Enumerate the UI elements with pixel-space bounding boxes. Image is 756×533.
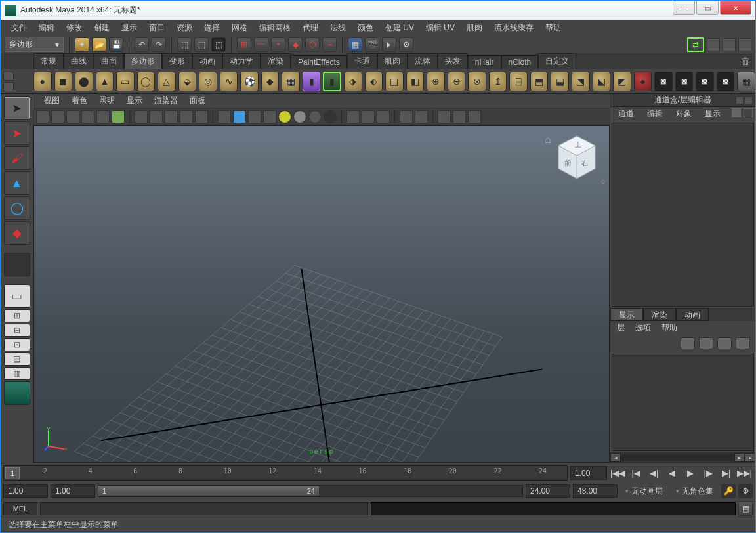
panel-tb-23[interactable] (400, 110, 413, 123)
current-frame-marker[interactable]: 1 (5, 467, 20, 479)
menu-edituv[interactable]: 编辑 UV (421, 21, 460, 35)
shelf-tab-rendering[interactable]: 渲染 (261, 53, 291, 69)
boolean-union-button[interactable]: ⊕ (427, 72, 445, 91)
chtab-channel[interactable]: 通道 (613, 107, 639, 121)
layer-down-icon[interactable] (736, 337, 750, 349)
end-time-field[interactable]: 1.00 (570, 466, 607, 480)
panel-tb-5[interactable] (96, 110, 110, 123)
viewport[interactable]: y x persp ⌂ 上 前 右 (33, 125, 610, 463)
uv-cyl-button[interactable]: ▩ (675, 72, 694, 91)
paint-select-tool[interactable]: 🖌 (4, 146, 30, 170)
chtab-show[interactable]: 显示 (700, 107, 726, 121)
split-poly-button[interactable]: ⬕ (593, 72, 611, 91)
menu-file[interactable]: 文件 (6, 21, 32, 35)
panel-tb-7[interactable] (135, 110, 148, 123)
maya-icon[interactable] (4, 381, 30, 405)
trash-icon[interactable]: 🗑 (741, 56, 750, 66)
panel-tb-1[interactable] (36, 110, 49, 123)
last-tool[interactable] (4, 253, 30, 276)
layer-up-icon[interactable] (717, 337, 732, 349)
home-icon[interactable]: ⌂ (545, 134, 551, 146)
shelf-tab-polygons[interactable]: 多边形 (124, 53, 162, 69)
bevel-button[interactable]: ◩ (613, 72, 631, 91)
step-forward-button[interactable]: |▶ (700, 466, 716, 480)
bridge-button[interactable]: ⌸ (509, 72, 528, 91)
panel-tb-20[interactable] (346, 110, 360, 123)
layermenu-layer[interactable]: 层 (613, 321, 629, 335)
snap-toggle-button[interactable]: ⌁ (322, 37, 337, 52)
shelf-tab-custom[interactable]: 自定义 (538, 53, 576, 69)
poly-cone-button[interactable]: ▲ (96, 72, 114, 91)
shelf-tab-nhair[interactable]: nHair (468, 55, 501, 69)
layertab-anim[interactable]: 动画 (676, 308, 709, 321)
layout-6[interactable]: ▥ (4, 367, 30, 380)
move-tool[interactable]: ▲ (4, 171, 30, 195)
char-set-dropdown[interactable]: ▾无角色集 (671, 486, 719, 497)
poly-pipe-button[interactable]: ◎ (199, 72, 217, 91)
autokey-button[interactable]: 🔑 (721, 484, 736, 498)
shelf-tab-general[interactable]: 常规 (33, 53, 64, 69)
interactive-create-button[interactable]: ▮ (303, 72, 321, 91)
poly-cylinder-button[interactable]: ⬤ (75, 72, 93, 91)
scroll-right-icon[interactable]: ▸ (734, 453, 745, 462)
ui-element-3[interactable] (738, 38, 751, 51)
panel-tb-14[interactable] (248, 110, 261, 123)
panel-tb-13[interactable] (233, 110, 246, 123)
panel-shading[interactable]: 着色 (66, 94, 93, 108)
poly-count-button[interactable]: ▮ (323, 72, 341, 91)
range-track[interactable]: 1 24 (98, 485, 523, 497)
panel-tb-15[interactable] (263, 110, 276, 123)
menu-muscle[interactable]: 肌肉 (461, 21, 488, 35)
menu-createuv[interactable]: 创建 UV (380, 21, 419, 35)
scroll-right-icon-2[interactable]: ▸ (745, 453, 755, 462)
panel-panels[interactable]: 面板 (184, 94, 211, 108)
layermenu-options[interactable]: 选项 (631, 321, 655, 335)
open-scene-button[interactable]: 📂 (92, 37, 106, 52)
script-editor-button[interactable]: ▤ (738, 501, 753, 516)
menu-editmesh[interactable]: 编辑网格 (254, 21, 296, 35)
prefs-button[interactable]: ⚙ (738, 484, 753, 498)
shelf-tab-painteffects[interactable]: PaintEffects (291, 55, 347, 69)
select-tool[interactable]: ➤ (4, 96, 30, 120)
panel-tb-27[interactable] (468, 110, 481, 123)
poly-type-button[interactable]: ▦ (282, 72, 300, 91)
menu-pipeline[interactable]: 流水线缓存 (489, 21, 539, 35)
viewcube-menu-icon[interactable] (601, 180, 605, 184)
new-scene-button[interactable]: ✦ (75, 37, 89, 52)
append-button[interactable]: ⬒ (530, 72, 549, 91)
minimize-button[interactable]: — (673, 1, 695, 15)
construction-history-toggle[interactable]: ⇄ (687, 37, 704, 52)
poly-cube-button[interactable]: ◼ (54, 72, 73, 91)
play-forward-button[interactable]: ▶ (682, 466, 698, 480)
panel-tb-3[interactable] (66, 110, 79, 123)
chtab-edit[interactable]: 编辑 (642, 107, 668, 121)
panel-tb-21[interactable] (362, 110, 375, 123)
shelf-tab-muscle[interactable]: 肌肉 (377, 53, 408, 69)
cmd-lang-label[interactable]: MEL (3, 502, 37, 515)
panel-view[interactable]: 视图 (39, 94, 65, 108)
shelf-tab-dynamics[interactable]: 动力学 (222, 53, 261, 69)
panel-dock-icon[interactable] (736, 96, 744, 104)
extract-button[interactable]: ◫ (385, 72, 404, 91)
uv-auto-button[interactable]: ▩ (717, 72, 735, 91)
layout-5[interactable]: ▤ (4, 352, 30, 366)
cmd-input[interactable] (40, 502, 368, 515)
menu-select[interactable]: 选择 (199, 21, 225, 35)
panel-lighting[interactable]: 照明 (94, 94, 120, 108)
scale-tool[interactable]: ◆ (4, 221, 30, 245)
poly-soccer-button[interactable]: ⚽ (240, 72, 259, 91)
layer-scrollbar[interactable]: ◂ ▸ ▸ (610, 452, 755, 463)
ui-element-1[interactable] (707, 38, 720, 51)
anim-layer-dropdown[interactable]: ▾无动画层 (620, 486, 668, 497)
poly-helix-button[interactable]: ∿ (220, 72, 238, 91)
menu-display[interactable]: 显示 (116, 21, 142, 35)
panel-tb-25[interactable] (438, 110, 451, 123)
poly-platonic-button[interactable]: ◆ (261, 72, 280, 91)
shelf-tab-button[interactable] (3, 82, 14, 91)
poly-torus-button[interactable]: ◯ (137, 72, 156, 91)
ipr-button[interactable]: ⏵ (382, 37, 396, 52)
panel-tb-8[interactable] (150, 110, 163, 123)
maximize-button[interactable]: ▭ (696, 1, 719, 15)
menu-create[interactable]: 创建 (89, 21, 115, 35)
render-frame-button[interactable]: 🎬 (365, 37, 379, 52)
